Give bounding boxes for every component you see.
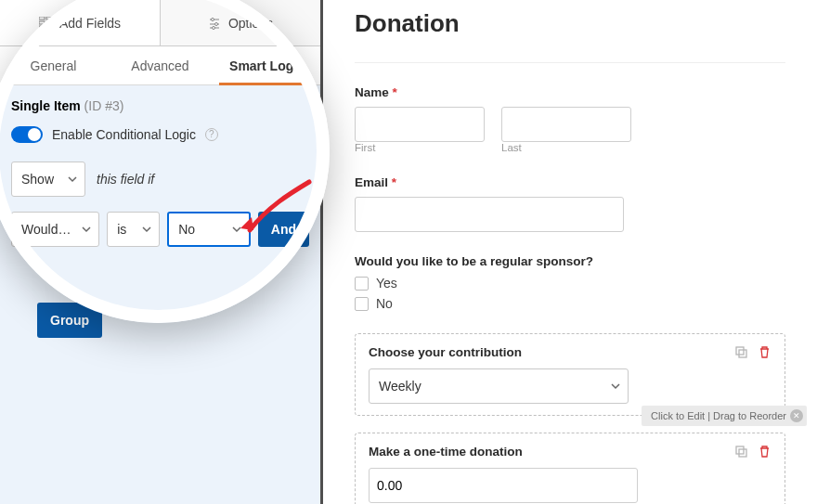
first-name-input[interactable]	[355, 107, 485, 142]
contribution-title: Choose your contribution	[369, 345, 522, 359]
action-select-value: Show	[21, 172, 54, 187]
duplicate-icon[interactable]	[734, 345, 748, 359]
sponsor-question: Would you like to be a regular sponsor?	[355, 254, 785, 268]
chevron-down-icon	[68, 174, 77, 184]
onetime-item[interactable]: Make a one-time donation	[355, 433, 785, 504]
trash-icon[interactable]	[758, 345, 772, 359]
name-label: Name *	[355, 85, 785, 99]
grid-icon	[39, 17, 52, 30]
svg-rect-14	[736, 446, 744, 454]
contribution-item[interactable]: Choose your contribution Weekly Click t	[355, 333, 785, 416]
contribution-select[interactable]: Weekly	[369, 368, 629, 404]
close-icon[interactable]: ✕	[790, 409, 803, 422]
svg-rect-4	[39, 26, 45, 29]
sidebar-top-tabs: Add Fields Options	[0, 0, 320, 46]
enable-logic-label: Enable Conditional Logic	[52, 127, 196, 142]
condition-field-value: Would …	[21, 222, 72, 237]
name-field: Name * First Last	[355, 85, 785, 153]
checkbox-icon	[355, 277, 369, 291]
chevron-down-icon	[142, 225, 151, 234]
svg-point-11	[212, 26, 214, 29]
last-name-sublabel: Last	[501, 142, 631, 153]
sponsor-option-yes[interactable]: Yes	[355, 276, 785, 291]
last-name-input[interactable]	[501, 107, 631, 142]
duplicate-icon[interactable]	[734, 445, 748, 459]
chevron-down-icon	[82, 225, 91, 234]
trash-icon[interactable]	[758, 445, 772, 459]
onetime-amount-input[interactable]	[369, 468, 638, 503]
svg-rect-1	[46, 17, 52, 19]
svg-point-7	[211, 18, 214, 20]
form-title: Donation	[355, 9, 785, 38]
tab-options-label: Options	[228, 16, 273, 31]
help-icon[interactable]: ?	[205, 128, 218, 141]
sliders-icon	[208, 17, 221, 30]
form-preview: Donation Name * First Last Email	[323, 0, 817, 504]
logic-condition-row: Would … is No And	[11, 212, 309, 247]
email-field: Email *	[355, 175, 785, 232]
svg-rect-13	[739, 350, 746, 357]
svg-rect-5	[46, 26, 52, 29]
smart-logic-panel: Single Item (ID #3) Enable Conditional L…	[0, 85, 320, 351]
action-select[interactable]: Show	[11, 162, 85, 197]
email-input[interactable]	[355, 197, 624, 232]
condition-operator-select[interactable]: is	[107, 212, 160, 247]
email-label: Email *	[355, 175, 785, 189]
settings-sidebar: Add Fields Options General Advanced Smar…	[0, 0, 323, 504]
field-id-label: (ID #3)	[84, 98, 124, 113]
field-title: Single Item (ID #3)	[11, 98, 309, 113]
first-name-sublabel: First	[355, 142, 485, 153]
field-name-label: Single Item	[11, 98, 81, 113]
condition-value-value: No	[178, 222, 195, 237]
enable-logic-row: Enable Conditional Logic ?	[11, 126, 309, 143]
logic-hint: this field if	[97, 172, 154, 187]
chevron-down-icon	[611, 381, 620, 391]
sponsor-field: Would you like to be a regular sponsor? …	[355, 254, 785, 311]
condition-operator-value: is	[117, 222, 126, 237]
svg-rect-3	[46, 21, 52, 24]
subtab-general[interactable]: General	[0, 46, 107, 84]
contribution-select-value: Weekly	[379, 379, 421, 394]
edit-reorder-tooltip: Click to Edit | Drag to Reorder ✕	[642, 406, 807, 426]
required-icon: *	[392, 175, 396, 189]
svg-point-9	[214, 22, 217, 25]
and-button[interactable]: And	[258, 212, 309, 247]
onetime-title: Make a one-time donation	[369, 445, 523, 459]
settings-subtabs: General Advanced Smart Logic	[0, 46, 320, 85]
chevron-down-icon	[232, 225, 241, 234]
subtab-smart-logic[interactable]: Smart Logic	[214, 46, 320, 84]
tab-add-fields[interactable]: Add Fields	[0, 0, 161, 46]
svg-rect-0	[39, 17, 45, 19]
condition-field-select[interactable]: Would …	[11, 212, 99, 247]
required-icon: *	[393, 85, 397, 99]
svg-rect-12	[736, 347, 744, 355]
divider	[355, 62, 785, 63]
condition-value-select[interactable]: No	[167, 212, 251, 247]
svg-rect-2	[39, 21, 45, 24]
svg-rect-15	[739, 449, 746, 457]
checkbox-icon	[355, 297, 369, 311]
group-button[interactable]: Group	[37, 303, 102, 338]
enable-logic-toggle[interactable]	[11, 126, 43, 143]
tab-add-fields-label: Add Fields	[59, 16, 121, 31]
subtab-advanced[interactable]: Advanced	[107, 46, 214, 84]
tab-options[interactable]: Options	[161, 0, 320, 46]
logic-row-action: Show this field if	[11, 162, 309, 197]
sponsor-option-no[interactable]: No	[355, 296, 785, 311]
